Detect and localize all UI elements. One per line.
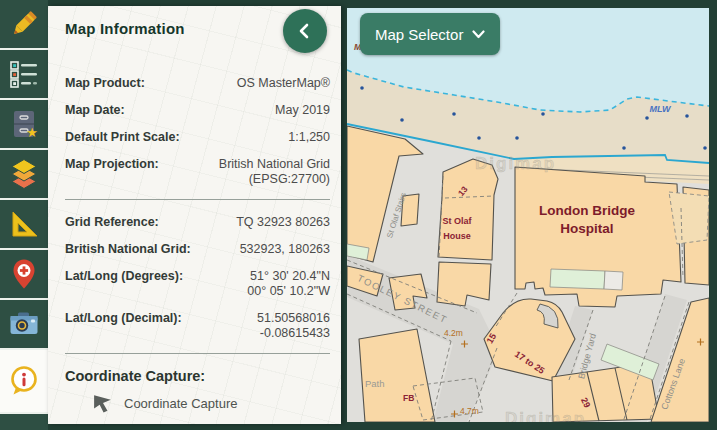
sidebar-item-legend[interactable] <box>0 50 48 100</box>
info-bubble-icon <box>7 364 41 398</box>
digimap-watermark: Digimap <box>505 409 586 422</box>
row-map-product: Map Product: OS MasterMap® <box>65 76 330 91</box>
coordinate-capture-heading: Coordinate Capture: <box>65 369 330 384</box>
field-value: 51.50568016-0.08615433 <box>257 311 330 341</box>
map-canvas[interactable]: Digimap Digimap Mud MLW St Olaf Stairs S… <box>347 8 709 422</box>
field-label: Lat/Long (Degrees): <box>65 269 191 284</box>
field-label: Default Print Scale: <box>65 130 188 145</box>
divider <box>65 353 330 354</box>
hospital-label-2: Hospital <box>560 221 613 236</box>
height-4-2-label: 4.2m <box>444 328 463 338</box>
field-value: 1:1,250 <box>288 130 330 145</box>
app-window: ★ <box>0 0 717 430</box>
field-label: Lat/Long (Decimal): <box>65 311 190 326</box>
field-value: 51° 30' 20.4"N00° 05' 10.2"W <box>247 269 330 299</box>
checklist-icon <box>7 57 41 91</box>
field-value: TQ 32923 80263 <box>236 215 330 230</box>
field-label: British National Grid: <box>65 242 199 257</box>
row-print-scale: Default Print Scale: 1:1,250 <box>65 130 330 145</box>
courtyard-box <box>604 271 623 290</box>
field-label: Map Date: <box>65 103 133 118</box>
chevron-down-icon <box>472 30 485 39</box>
base-map: Digimap Digimap Mud MLW St Olaf Stairs S… <box>347 8 709 422</box>
sidebar-item-locate[interactable] <box>0 250 48 300</box>
divider <box>65 199 330 200</box>
crayon-icon <box>7 7 41 41</box>
field-value: 532923, 180263 <box>240 242 330 257</box>
height-4-7-label: 4.7m <box>460 406 479 416</box>
courtyard-green <box>550 269 605 289</box>
map-pin-icon <box>7 257 41 291</box>
map-selector-label: Map Selector <box>375 26 463 43</box>
map-information-panel: Map Information Map Product: OS MasterMa… <box>48 6 341 424</box>
st-olaf-house-building <box>438 159 498 260</box>
fb-label: FB <box>403 393 414 403</box>
coordinate-capture-item[interactable]: Coordinate Capture <box>93 393 330 413</box>
row-bng: British National Grid: 532923, 180263 <box>65 242 330 257</box>
row-projection: Map Projection: British National Grid(EP… <box>65 157 330 187</box>
layers-icon <box>7 157 41 191</box>
building-path-block <box>359 329 435 422</box>
coordinate-capture-label: Coordinate Capture <box>124 396 237 411</box>
panel-title: Map Information <box>65 20 185 37</box>
collapse-panel-button[interactable] <box>283 9 327 53</box>
row-grid-reference: Grid Reference: TQ 32923 80263 <box>65 215 330 230</box>
sidebar-item-measure[interactable] <box>0 200 48 250</box>
field-label: Map Projection: <box>65 157 167 172</box>
toolbar-sidebar: ★ <box>0 0 48 430</box>
cabinet-star-icon: ★ <box>7 107 41 141</box>
map-information-list: Map Product: OS MasterMap® Map Date: May… <box>65 76 330 413</box>
row-map-date: Map Date: May 2019 <box>65 103 330 118</box>
sidebar-item-archive[interactable]: ★ <box>0 100 48 150</box>
row-latlong-degrees: Lat/Long (Degrees): 51° 30' 20.4"N00° 05… <box>65 269 330 299</box>
camera-icon <box>7 307 41 341</box>
set-square-icon <box>7 207 41 241</box>
hospital-label-1: London Bridge <box>539 203 635 218</box>
building-block-nw <box>347 126 423 262</box>
sidebar-item-layers[interactable] <box>0 150 48 200</box>
sidebar-item-information[interactable] <box>0 350 48 414</box>
row-latlong-decimal: Lat/Long (Decimal): 51.50568016-0.086154… <box>65 311 330 341</box>
sidebar-item-draw[interactable] <box>0 0 48 50</box>
st-olaf-house-label-1: St Olaf <box>442 216 472 226</box>
map-selector-button[interactable]: Map Selector <box>360 13 500 55</box>
field-value: OS MasterMap® <box>237 76 330 91</box>
capture-arrow-icon <box>93 393 113 413</box>
sidebar-item-snapshot[interactable] <box>0 300 48 350</box>
digimap-watermark: Digimap <box>475 154 556 173</box>
field-value: May 2019 <box>275 103 330 118</box>
building-mid-block <box>437 262 491 306</box>
field-label: Map Product: <box>65 76 153 91</box>
chevron-left-icon <box>294 20 316 42</box>
field-label: Grid Reference: <box>65 215 167 230</box>
mlw-label: MLW <box>650 104 672 114</box>
svg-text:★: ★ <box>26 125 38 140</box>
path-label: Path <box>365 378 385 389</box>
field-value: British National Grid(EPSG:27700) <box>219 157 330 187</box>
st-olaf-house-label-2: House <box>443 231 471 241</box>
